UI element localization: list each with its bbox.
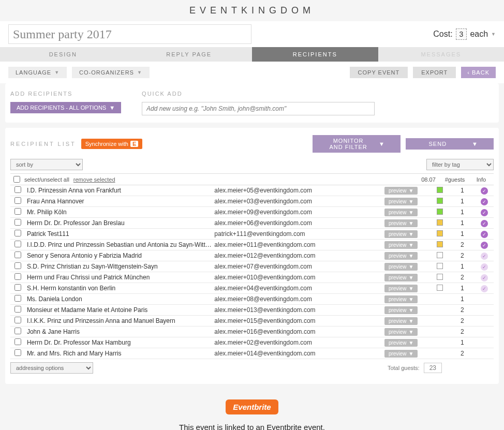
preview-button[interactable]: preview ▼ xyxy=(384,306,418,314)
back-button[interactable]: ‹ BACK xyxy=(461,67,496,78)
recipient-name[interactable]: Patrick Test111 xyxy=(26,230,214,238)
add-recipients-button[interactable]: ADD RECIPIENTS - ALL OPTIONS▼ xyxy=(10,102,121,113)
table-row: I.I.K.K. Prinz und Prinzessin Anna and M… xyxy=(10,316,494,327)
recipient-email[interactable]: alex.meier+011@eventkingdom.com xyxy=(214,241,384,248)
recipient-name[interactable]: Herrn Dr. Dr. Professor Jan Breslau xyxy=(26,219,214,227)
guest-count: 1 xyxy=(449,339,475,346)
recipient-email[interactable]: alex.meier+013@eventkingdom.com xyxy=(214,306,384,314)
recipient-name[interactable]: Mr. Philip Köln xyxy=(26,209,214,216)
preview-button[interactable]: preview ▼ xyxy=(384,295,418,303)
recipient-email[interactable]: alex.meier+02@eventkingdom.com xyxy=(214,339,384,346)
recipient-name[interactable]: Mr. and Mrs. Rich and Mary Harris xyxy=(26,350,214,357)
row-checkbox[interactable] xyxy=(14,295,21,302)
row-checkbox[interactable] xyxy=(14,186,21,193)
preview-button[interactable]: preview ▼ xyxy=(384,198,418,205)
recipient-email[interactable]: patrick+111@eventkingdom.com xyxy=(214,230,384,238)
quick-add-input[interactable] xyxy=(142,102,375,115)
recipient-email[interactable]: alex.meier+06@eventkingdom.com xyxy=(214,219,384,227)
recipient-email[interactable]: alex.meier+015@eventkingdom.com xyxy=(214,317,384,324)
preview-button[interactable]: preview ▼ xyxy=(384,219,418,227)
coorganizers-dropdown[interactable]: CO-ORGANIZERS▼ xyxy=(72,67,150,78)
recipient-email[interactable]: alex.meier+09@eventkingdom.com xyxy=(214,209,384,216)
synchronize-button[interactable]: Synchronize withE xyxy=(81,139,143,149)
preview-button[interactable]: preview ▼ xyxy=(384,328,418,336)
cost-value[interactable]: 3 xyxy=(456,28,467,40)
guest-count: 1 xyxy=(449,209,475,216)
row-checkbox[interactable] xyxy=(14,328,21,334)
export-button[interactable]: EXPORT xyxy=(413,67,456,78)
preview-button[interactable]: preview ▼ xyxy=(384,317,418,325)
tab-recipients[interactable]: RECIPIENTS xyxy=(252,47,378,62)
recipient-name[interactable]: I.I.D.D. Prinz und Prinzessin Sebastian … xyxy=(26,241,214,248)
recipient-name[interactable]: Ms. Daniela London xyxy=(26,295,214,303)
recipient-email[interactable]: alex.meier+04@eventkingdom.com xyxy=(214,285,384,292)
preview-button[interactable]: preview ▼ xyxy=(384,230,418,238)
tab-reply-page[interactable]: REPLY PAGE xyxy=(126,47,253,62)
preview-button[interactable]: preview ▼ xyxy=(384,263,418,271)
row-checkbox[interactable] xyxy=(14,284,21,291)
tab-design[interactable]: DESIGN xyxy=(0,47,126,62)
table-row: Senor y Senora Antonio y Fabrizia Madrid… xyxy=(10,250,494,261)
recipient-email[interactable]: alex.meier+014@eventkingdom.com xyxy=(214,350,384,357)
recipient-email[interactable]: alex.meier+08@eventkingdom.com xyxy=(214,295,384,303)
recipient-name[interactable]: Herrn Dr. Dr. Professor Max Hamburg xyxy=(26,339,214,346)
preview-button[interactable]: preview ▼ xyxy=(384,187,418,195)
guest-count: 2 xyxy=(449,317,475,324)
recipient-name[interactable]: I.D. Prinzessin Anna von Frankfurt xyxy=(26,187,214,194)
recipient-name[interactable]: I.I.K.K. Prinz und Prinzessin Anna and M… xyxy=(26,317,214,324)
table-row: Monsieur et Madame Marie et Antoine Pari… xyxy=(10,305,494,316)
recipient-email[interactable]: alex.meier+03@eventkingdom.com xyxy=(214,198,384,205)
status-square xyxy=(431,198,450,205)
tab-messages[interactable]: MESSAGES xyxy=(378,47,505,62)
recipient-email[interactable]: alex.meier+05@eventkingdom.com xyxy=(214,187,384,194)
guest-count: 2 xyxy=(449,306,475,314)
preview-button[interactable]: preview ▼ xyxy=(384,350,418,358)
monitor-filter-button[interactable]: MONITOR AND FILTER▼ xyxy=(313,135,401,153)
recipient-name[interactable]: Monsieur et Madame Marie et Antoine Pari… xyxy=(26,306,214,314)
recipient-name[interactable]: Frau Anna Hannover xyxy=(26,198,214,205)
recipient-email[interactable]: alex.meier+012@eventkingdom.com xyxy=(214,252,384,259)
recipient-name[interactable]: Herrn und Frau Chrissi und Patrick Münch… xyxy=(26,274,214,281)
recipient-name[interactable]: Senor y Senora Antonio y Fabrizia Madrid xyxy=(26,252,214,259)
select-all-checkbox[interactable] xyxy=(13,176,20,183)
event-title-input[interactable] xyxy=(8,24,251,44)
sort-by-select[interactable]: sort by xyxy=(10,159,83,170)
row-checkbox[interactable] xyxy=(14,230,21,236)
preview-button[interactable]: preview ▼ xyxy=(384,339,418,347)
row-checkbox[interactable] xyxy=(14,197,21,204)
copy-event-button[interactable]: COPY EVENT xyxy=(350,67,408,78)
info-status: ✓ xyxy=(475,285,494,292)
chevron-down-icon[interactable]: ▼ xyxy=(491,32,496,37)
status-square xyxy=(431,241,450,249)
preview-button[interactable]: preview ▼ xyxy=(384,252,418,260)
language-dropdown[interactable]: LANGUAGE▼ xyxy=(8,67,67,78)
guest-count: 1 xyxy=(449,263,475,270)
guest-count: 2 xyxy=(449,241,475,248)
recipient-email[interactable]: alex.meier+07@eventkingdom.com xyxy=(214,263,384,270)
filter-by-tag-select[interactable]: filter by tag xyxy=(426,159,494,170)
row-checkbox[interactable] xyxy=(14,273,21,280)
addressing-options-select[interactable]: addressing options xyxy=(10,362,93,374)
preview-button[interactable]: preview ▼ xyxy=(384,241,418,249)
row-checkbox[interactable] xyxy=(14,241,21,247)
preview-button[interactable]: preview ▼ xyxy=(384,285,418,292)
recipient-name[interactable]: S.H. Herrn konstantin von Berlin xyxy=(26,285,214,292)
preview-button[interactable]: preview ▼ xyxy=(384,209,418,216)
recipient-name[interactable]: John & Jane Harris xyxy=(26,328,214,335)
row-checkbox[interactable] xyxy=(14,349,21,356)
recipient-email[interactable]: alex.meier+010@eventkingdom.com xyxy=(214,274,384,281)
eventbrite-logo: Eventbrite xyxy=(226,399,278,414)
row-checkbox[interactable] xyxy=(14,219,21,226)
row-checkbox[interactable] xyxy=(14,306,21,313)
row-checkbox[interactable] xyxy=(14,317,21,323)
recipient-email[interactable]: alex.meier+016@eventkingdom.com xyxy=(214,328,384,335)
row-checkbox[interactable] xyxy=(14,251,21,258)
row-checkbox[interactable] xyxy=(14,262,21,269)
preview-button[interactable]: preview ▼ xyxy=(384,274,418,281)
send-button[interactable]: SEND▼ xyxy=(406,138,494,150)
remove-selected-link[interactable]: remove selected xyxy=(73,176,115,183)
recipient-name[interactable]: S.D. Prinz Christian zu Sayn-Wittgenstei… xyxy=(26,263,214,270)
status-square xyxy=(431,285,450,292)
row-checkbox[interactable] xyxy=(14,208,21,215)
row-checkbox[interactable] xyxy=(14,338,21,345)
